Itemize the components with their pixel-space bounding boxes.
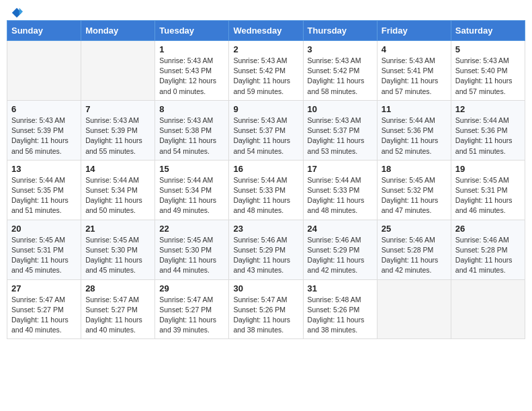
day-number: 24 [308, 224, 373, 234]
cell-sun-info: Sunrise: 5:43 AMSunset: 5:42 PMDaylight:… [233, 56, 298, 97]
day-of-week-header: Friday [377, 21, 451, 41]
svg-marker-1 [19, 8, 23, 15]
day-number: 17 [308, 164, 373, 174]
calendar-cell: 23Sunrise: 5:46 AMSunset: 5:29 PMDayligh… [229, 220, 303, 279]
cell-sun-info: Sunrise: 5:43 AMSunset: 5:41 PMDaylight:… [382, 56, 447, 97]
calendar-cell: 6Sunrise: 5:43 AMSunset: 5:39 PMDaylight… [7, 100, 81, 160]
calendar-cell: 14Sunrise: 5:44 AMSunset: 5:34 PMDayligh… [81, 160, 155, 220]
cell-sun-info: Sunrise: 5:43 AMSunset: 5:37 PMDaylight:… [233, 116, 298, 156]
day-number: 29 [159, 283, 224, 293]
cell-sun-info: Sunrise: 5:43 AMSunset: 5:39 PMDaylight:… [85, 116, 150, 156]
calendar-cell: 18Sunrise: 5:45 AMSunset: 5:32 PMDayligh… [377, 160, 451, 220]
calendar-cell: 21Sunrise: 5:45 AMSunset: 5:30 PMDayligh… [81, 220, 155, 279]
day-of-week-header: Wednesday [229, 21, 303, 41]
cell-sun-info: Sunrise: 5:44 AMSunset: 5:34 PMDaylight:… [85, 175, 150, 216]
cell-sun-info: Sunrise: 5:44 AMSunset: 5:33 PMDaylight:… [233, 175, 298, 216]
cell-sun-info: Sunrise: 5:44 AMSunset: 5:36 PMDaylight:… [455, 116, 521, 156]
calendar-cell: 28Sunrise: 5:47 AMSunset: 5:27 PMDayligh… [81, 279, 155, 339]
calendar-cell: 26Sunrise: 5:46 AMSunset: 5:28 PMDayligh… [451, 220, 525, 279]
calendar-week-row: 27Sunrise: 5:47 AMSunset: 5:27 PMDayligh… [7, 279, 525, 339]
day-number: 18 [382, 164, 447, 174]
cell-sun-info: Sunrise: 5:47 AMSunset: 5:26 PMDaylight:… [233, 295, 298, 336]
day-number: 8 [159, 104, 224, 114]
logo-icon [11, 7, 23, 19]
calendar-cell: 2Sunrise: 5:43 AMSunset: 5:42 PMDaylight… [229, 41, 303, 101]
cell-sun-info: Sunrise: 5:48 AMSunset: 5:26 PMDaylight:… [308, 295, 373, 336]
day-number: 20 [11, 224, 77, 234]
day-number: 19 [455, 164, 521, 174]
cell-sun-info: Sunrise: 5:44 AMSunset: 5:35 PMDaylight:… [11, 175, 77, 216]
cell-sun-info: Sunrise: 5:46 AMSunset: 5:28 PMDaylight:… [382, 235, 447, 276]
calendar-cell: 12Sunrise: 5:44 AMSunset: 5:36 PMDayligh… [451, 100, 525, 160]
day-of-week-header: Sunday [7, 21, 81, 41]
calendar-cell: 20Sunrise: 5:45 AMSunset: 5:31 PMDayligh… [7, 220, 81, 279]
day-number: 1 [159, 44, 224, 54]
day-number: 14 [85, 164, 150, 174]
day-number: 5 [455, 44, 521, 54]
cell-sun-info: Sunrise: 5:43 AMSunset: 5:43 PMDaylight:… [159, 56, 224, 97]
day-number: 7 [85, 104, 150, 114]
day-number: 3 [308, 44, 373, 54]
calendar-cell: 30Sunrise: 5:47 AMSunset: 5:26 PMDayligh… [229, 279, 303, 339]
calendar-cell: 4Sunrise: 5:43 AMSunset: 5:41 PMDaylight… [377, 41, 451, 101]
day-number: 2 [233, 44, 298, 54]
calendar-cell: 25Sunrise: 5:46 AMSunset: 5:28 PMDayligh… [377, 220, 451, 279]
logo [9, 7, 23, 15]
cell-sun-info: Sunrise: 5:45 AMSunset: 5:30 PMDaylight:… [85, 235, 150, 276]
day-number: 23 [233, 224, 298, 234]
calendar-cell: 16Sunrise: 5:44 AMSunset: 5:33 PMDayligh… [229, 160, 303, 220]
day-number: 30 [233, 283, 298, 293]
calendar-cell: 8Sunrise: 5:43 AMSunset: 5:38 PMDaylight… [155, 100, 229, 160]
calendar-cell: 17Sunrise: 5:44 AMSunset: 5:33 PMDayligh… [303, 160, 377, 220]
cell-sun-info: Sunrise: 5:43 AMSunset: 5:38 PMDaylight:… [159, 116, 224, 156]
cell-sun-info: Sunrise: 5:43 AMSunset: 5:37 PMDaylight:… [308, 116, 373, 156]
cell-sun-info: Sunrise: 5:44 AMSunset: 5:33 PMDaylight:… [308, 175, 373, 216]
day-number: 21 [85, 224, 150, 234]
day-number: 31 [308, 283, 373, 293]
day-of-week-header: Monday [81, 21, 155, 41]
cell-sun-info: Sunrise: 5:45 AMSunset: 5:31 PMDaylight:… [455, 175, 521, 216]
calendar-cell: 1Sunrise: 5:43 AMSunset: 5:43 PMDaylight… [155, 41, 229, 101]
calendar-cell [377, 279, 451, 339]
day-of-week-header: Thursday [303, 21, 377, 41]
calendar-week-row: 13Sunrise: 5:44 AMSunset: 5:35 PMDayligh… [7, 160, 525, 220]
day-number: 16 [233, 164, 298, 174]
calendar-table: SundayMondayTuesdayWednesdayThursdayFrid… [7, 20, 525, 339]
day-number: 11 [382, 104, 447, 114]
cell-sun-info: Sunrise: 5:43 AMSunset: 5:42 PMDaylight:… [308, 56, 373, 97]
calendar-cell [7, 41, 81, 101]
day-number: 22 [159, 224, 224, 234]
page-header [7, 7, 525, 15]
calendar-cell: 11Sunrise: 5:44 AMSunset: 5:36 PMDayligh… [377, 100, 451, 160]
calendar-cell: 9Sunrise: 5:43 AMSunset: 5:37 PMDaylight… [229, 100, 303, 160]
day-number: 12 [455, 104, 521, 114]
calendar-cell: 5Sunrise: 5:43 AMSunset: 5:40 PMDaylight… [451, 41, 525, 101]
calendar-cell: 7Sunrise: 5:43 AMSunset: 5:39 PMDaylight… [81, 100, 155, 160]
day-number: 9 [233, 104, 298, 114]
day-number: 28 [85, 283, 150, 293]
calendar-cell: 22Sunrise: 5:45 AMSunset: 5:30 PMDayligh… [155, 220, 229, 279]
cell-sun-info: Sunrise: 5:45 AMSunset: 5:32 PMDaylight:… [382, 175, 447, 216]
calendar-cell: 27Sunrise: 5:47 AMSunset: 5:27 PMDayligh… [7, 279, 81, 339]
cell-sun-info: Sunrise: 5:47 AMSunset: 5:27 PMDaylight:… [11, 295, 77, 336]
day-number: 15 [159, 164, 224, 174]
cell-sun-info: Sunrise: 5:44 AMSunset: 5:36 PMDaylight:… [382, 116, 447, 156]
calendar-cell: 19Sunrise: 5:45 AMSunset: 5:31 PMDayligh… [451, 160, 525, 220]
calendar-cell: 10Sunrise: 5:43 AMSunset: 5:37 PMDayligh… [303, 100, 377, 160]
cell-sun-info: Sunrise: 5:43 AMSunset: 5:39 PMDaylight:… [11, 116, 77, 156]
cell-sun-info: Sunrise: 5:44 AMSunset: 5:34 PMDaylight:… [159, 175, 224, 216]
day-number: 10 [308, 104, 373, 114]
day-number: 13 [11, 164, 77, 174]
cell-sun-info: Sunrise: 5:46 AMSunset: 5:28 PMDaylight:… [455, 235, 521, 276]
cell-sun-info: Sunrise: 5:45 AMSunset: 5:31 PMDaylight:… [11, 235, 77, 276]
calendar-header-row: SundayMondayTuesdayWednesdayThursdayFrid… [7, 21, 525, 41]
calendar-week-row: 1Sunrise: 5:43 AMSunset: 5:43 PMDaylight… [7, 41, 525, 101]
calendar-cell [81, 41, 155, 101]
day-number: 26 [455, 224, 521, 234]
cell-sun-info: Sunrise: 5:43 AMSunset: 5:40 PMDaylight:… [455, 56, 521, 97]
day-number: 4 [382, 44, 447, 54]
calendar-week-row: 20Sunrise: 5:45 AMSunset: 5:31 PMDayligh… [7, 220, 525, 279]
calendar-cell [451, 279, 525, 339]
day-number: 6 [11, 104, 77, 114]
calendar-cell: 3Sunrise: 5:43 AMSunset: 5:42 PMDaylight… [303, 41, 377, 101]
